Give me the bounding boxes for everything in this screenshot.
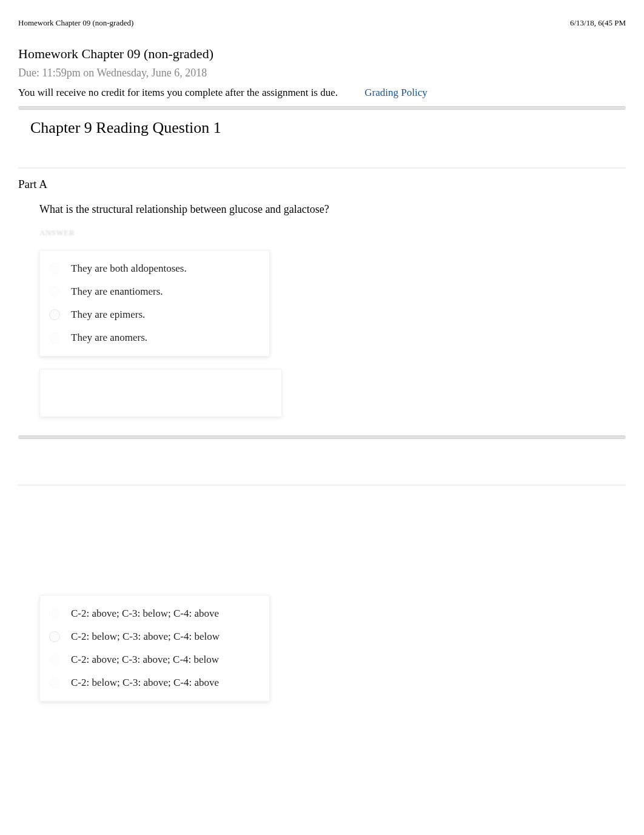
option-label: They are enantiomers. bbox=[71, 286, 163, 298]
radio-icon[interactable] bbox=[49, 286, 60, 297]
options-box-2: C-2: above; C-3: below; C-4: above C-2: … bbox=[39, 595, 270, 702]
option-label: C-2: above; C-3: above; C-4: below bbox=[71, 654, 219, 666]
option-row[interactable]: They are both aldopentoses. bbox=[49, 263, 260, 275]
section-divider bbox=[18, 435, 626, 439]
option-label: They are epimers. bbox=[71, 309, 145, 321]
option-row[interactable]: They are epimers. bbox=[49, 309, 260, 321]
option-label: They are anomers. bbox=[71, 332, 147, 344]
radio-icon[interactable] bbox=[49, 332, 60, 343]
radio-icon[interactable] bbox=[49, 309, 60, 320]
option-label: C-2: below; C-3: above; C-4: above bbox=[71, 677, 219, 689]
option-row[interactable]: They are anomers. bbox=[49, 332, 260, 344]
radio-icon[interactable] bbox=[49, 608, 60, 619]
question-title: Chapter 9 Reading Question 1 bbox=[30, 119, 626, 137]
grading-policy-link[interactable]: Grading Policy bbox=[364, 87, 427, 98]
radio-icon[interactable] bbox=[49, 631, 60, 642]
thin-divider bbox=[18, 167, 626, 169]
section-divider bbox=[18, 106, 626, 110]
option-row[interactable]: C-2: above; C-3: below; C-4: above bbox=[49, 608, 260, 620]
part-label: Part A bbox=[18, 178, 626, 191]
spacer bbox=[18, 448, 626, 485]
options-box-1: They are both aldopentoses. They are ena… bbox=[39, 250, 270, 357]
credit-notice: You will receive no credit for items you… bbox=[18, 87, 338, 98]
assignment-title: Homework Chapter 09 (non-graded) bbox=[18, 46, 626, 62]
thin-divider bbox=[18, 485, 626, 486]
header-doc-title: Homework Chapter 09 (non-graded) bbox=[18, 18, 133, 28]
feedback-box bbox=[39, 369, 282, 417]
option-label: They are both aldopentoses. bbox=[71, 263, 187, 275]
radio-icon[interactable] bbox=[49, 654, 60, 665]
page-header: Homework Chapter 09 (non-graded) 6/13/18… bbox=[18, 18, 626, 28]
option-row[interactable]: They are enantiomers. bbox=[49, 286, 260, 298]
radio-icon[interactable] bbox=[49, 677, 60, 688]
question-text: What is the structural relationship betw… bbox=[39, 203, 626, 216]
due-date: Due: 11:59pm on Wednesday, June 6, 2018 bbox=[18, 67, 626, 79]
credit-row: You will receive no credit for items you… bbox=[18, 87, 626, 99]
answer-label: ANSWER bbox=[39, 228, 626, 238]
option-label: C-2: above; C-3: below; C-4: above bbox=[71, 608, 219, 620]
option-label: C-2: below; C-3: above; C-4: below bbox=[71, 631, 220, 643]
header-timestamp: 6/13/18, 6(45 PM bbox=[570, 18, 626, 28]
radio-icon[interactable] bbox=[49, 263, 60, 274]
option-row[interactable]: C-2: below; C-3: above; C-4: above bbox=[49, 677, 260, 689]
option-row[interactable]: C-2: above; C-3: above; C-4: below bbox=[49, 654, 260, 666]
option-row[interactable]: C-2: below; C-3: above; C-4: below bbox=[49, 631, 260, 643]
